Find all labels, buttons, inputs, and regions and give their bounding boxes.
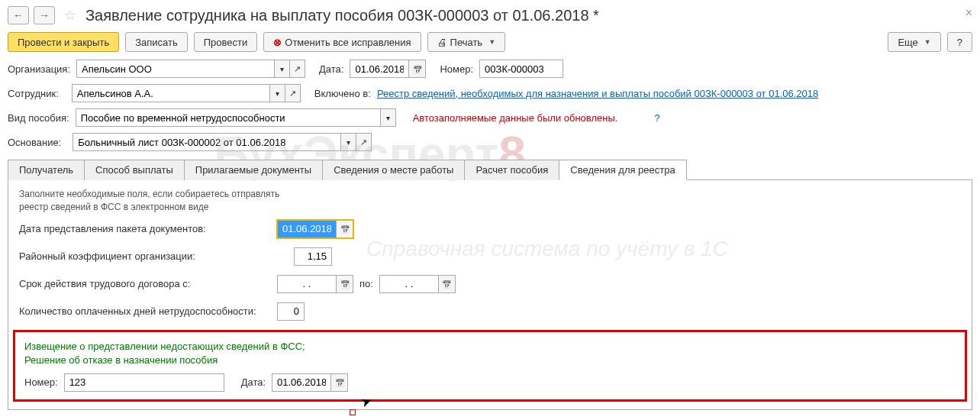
window-title: Заявление сотрудника на выплату пособия … <box>85 7 599 24</box>
chevron-down-icon: ▼ <box>488 38 495 46</box>
contract-from-input[interactable] <box>277 275 337 293</box>
date-label: Дата: <box>319 63 343 75</box>
tab-content-registry: Заполните необходимые поля, если собирае… <box>8 180 972 410</box>
contract-to-input[interactable] <box>379 275 439 293</box>
notice-date-input[interactable] <box>272 373 331 392</box>
basis-label: Основание: <box>8 137 61 148</box>
calendar-icon <box>442 278 451 289</box>
org-open-button[interactable] <box>290 60 305 78</box>
notice-line1: Извещение о представлении недостающих св… <box>24 341 305 352</box>
resize-handle <box>350 409 356 415</box>
tab-documents[interactable]: Прилагаемые документы <box>184 160 323 180</box>
employee-dropdown-button[interactable]: ▾ <box>270 84 285 102</box>
number-label: Номер: <box>440 63 473 75</box>
tab-calculation[interactable]: Расчет пособия <box>464 160 559 180</box>
tab-payment-method[interactable]: Способ выплаты <box>84 160 185 180</box>
tab-workplace[interactable]: Сведения о месте работы <box>322 160 465 180</box>
calendar-icon <box>335 376 344 388</box>
employee-open-button[interactable] <box>285 84 301 102</box>
tab-bar: Получатель Способ выплаты Прилагаемые до… <box>8 159 972 180</box>
contract-from-calendar-button[interactable] <box>337 275 353 293</box>
notice-date-label: Дата: <box>241 376 266 388</box>
pack-date-label: Дата представления пакета документов: <box>19 223 271 234</box>
hint-line1: Заполните необходимые поля, если собирае… <box>19 189 279 199</box>
expand-icon <box>294 64 301 74</box>
included-label: Включено в: <box>314 88 371 99</box>
notice-number-label: Номер: <box>24 376 58 388</box>
notice-date-calendar-button[interactable] <box>331 373 348 392</box>
contract-to-label: по: <box>359 278 373 289</box>
date-calendar-button[interactable] <box>409 60 426 78</box>
days-input[interactable] <box>277 302 305 321</box>
calendar-icon <box>413 63 422 75</box>
chevron-down-icon: ▼ <box>924 38 931 46</box>
expand-icon <box>289 89 296 99</box>
notice-line2: Решение об отказе в назначении пособия <box>24 354 218 366</box>
print-icon <box>437 37 447 48</box>
notice-number-input[interactable] <box>64 373 224 392</box>
pack-date-input[interactable] <box>277 220 337 238</box>
more-label: Еще <box>898 37 917 48</box>
benefit-type-dropdown-button[interactable]: ▾ <box>381 108 396 127</box>
org-dropdown-button[interactable]: ▾ <box>275 60 290 78</box>
employee-input[interactable] <box>72 84 270 102</box>
included-link[interactable]: Реестр сведений, необходимых для назначе… <box>377 88 818 99</box>
basis-input[interactable] <box>73 133 341 151</box>
date-input[interactable] <box>350 60 409 78</box>
expand-icon <box>360 137 367 147</box>
help-button[interactable]: ? <box>947 32 972 52</box>
benefit-type-input[interactable] <box>76 108 381 127</box>
post-and-close-button[interactable]: Провести и закрыть <box>8 32 119 52</box>
calendar-icon <box>340 223 350 234</box>
back-button[interactable]: ← <box>8 6 29 24</box>
benefit-type-label: Вид пособия: <box>8 112 69 124</box>
employee-label: Сотрудник: <box>8 88 59 99</box>
org-label: Организация: <box>8 63 70 75</box>
contract-label: Срок действия трудового договора с: <box>19 278 271 289</box>
post-button[interactable]: Провести <box>194 32 258 52</box>
print-label: Печать <box>450 37 483 48</box>
print-button[interactable]: Печать▼ <box>427 32 506 52</box>
hint-line2: реестр сведений в ФСС в электронном виде <box>19 202 208 212</box>
notice-heading: Извещение о представлении недостающих св… <box>24 340 956 367</box>
close-button[interactable]: × <box>965 6 972 20</box>
more-button[interactable]: Еще▼ <box>888 32 940 52</box>
tab-registry[interactable]: Сведения для реестра <box>559 160 686 180</box>
forward-button[interactable]: → <box>34 6 55 24</box>
contract-to-calendar-button[interactable] <box>439 275 456 293</box>
number-input[interactable] <box>479 60 563 78</box>
registry-hint: Заполните необходимые поля, если собирае… <box>19 188 961 214</box>
tab-recipient[interactable]: Получатель <box>8 160 85 180</box>
basis-dropdown-button[interactable]: ▾ <box>341 133 356 151</box>
cancel-icon: ⊗ <box>273 37 282 48</box>
calendar-icon <box>340 278 350 289</box>
help-icon[interactable]: ? <box>654 112 659 124</box>
save-button[interactable]: Записать <box>125 32 188 52</box>
pack-date-calendar-button[interactable] <box>337 220 353 238</box>
coef-label: Районный коэффициент организации: <box>19 250 271 262</box>
cancel-fixes-label: Отменить все исправления <box>285 37 411 48</box>
cancel-fixes-button[interactable]: ⊗Отменить все исправления <box>263 32 421 52</box>
autofill-warning: Автозаполняемые данные были обновлены. <box>413 112 618 124</box>
notice-box: Извещение о представлении недостающих св… <box>13 330 967 402</box>
favorite-star-icon[interactable]: ☆ <box>64 7 76 24</box>
coef-input[interactable] <box>294 247 332 266</box>
basis-open-button[interactable] <box>356 133 372 151</box>
days-label: Количество оплаченных дней нетрудоспособ… <box>19 305 271 317</box>
org-input[interactable] <box>76 60 275 78</box>
